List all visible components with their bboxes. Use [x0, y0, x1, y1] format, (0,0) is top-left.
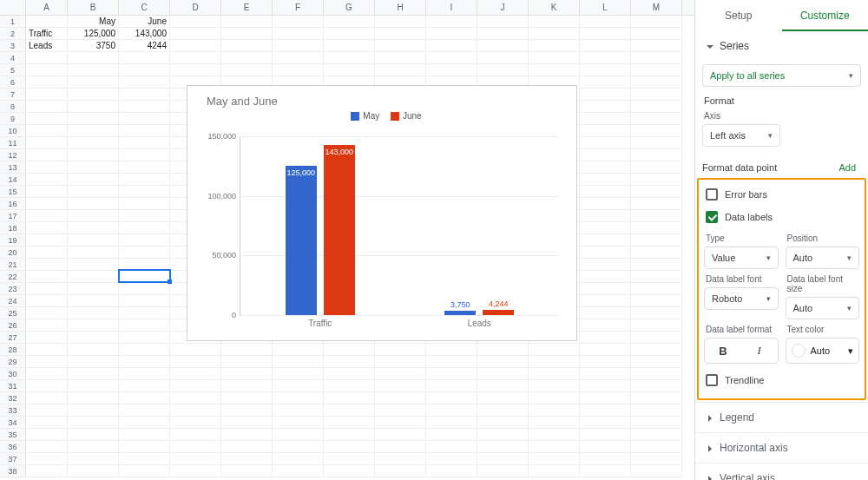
cell[interactable]: [119, 186, 170, 198]
col-header-C[interactable]: C: [119, 0, 170, 15]
cell[interactable]: [273, 392, 324, 404]
cell[interactable]: [631, 465, 682, 477]
cell[interactable]: [119, 161, 170, 174]
cell[interactable]: [273, 404, 324, 417]
cell[interactable]: [580, 283, 631, 295]
cell[interactable]: [580, 247, 631, 259]
cell[interactable]: [426, 417, 477, 429]
cell[interactable]: [170, 356, 221, 368]
cell[interactable]: [119, 198, 170, 210]
cell[interactable]: [580, 404, 631, 417]
cell[interactable]: [529, 356, 580, 368]
cell[interactable]: 3750: [68, 40, 119, 52]
cell[interactable]: [580, 198, 631, 210]
cell[interactable]: [68, 222, 119, 234]
row-header[interactable]: 17: [0, 210, 26, 222]
cell[interactable]: [375, 28, 426, 40]
cell[interactable]: [631, 344, 682, 356]
cell[interactable]: [68, 429, 119, 441]
cell[interactable]: [529, 368, 580, 380]
cell[interactable]: [477, 453, 529, 465]
cell[interactable]: [221, 368, 273, 380]
cell[interactable]: [119, 319, 170, 332]
cell[interactable]: [324, 380, 375, 392]
cell[interactable]: [631, 198, 682, 210]
cell[interactable]: [631, 283, 682, 295]
cell[interactable]: [375, 417, 426, 429]
cell[interactable]: [119, 125, 170, 137]
cell[interactable]: [631, 16, 682, 28]
cell[interactable]: [273, 356, 324, 368]
cell[interactable]: [580, 271, 631, 283]
cell[interactable]: [273, 52, 324, 64]
cell[interactable]: [68, 210, 119, 222]
cell[interactable]: [529, 64, 580, 76]
cell[interactable]: [68, 76, 119, 89]
cell[interactable]: [631, 28, 682, 40]
cell[interactable]: [26, 149, 68, 161]
cell[interactable]: [119, 222, 170, 234]
cell[interactable]: [529, 40, 580, 52]
cell[interactable]: [273, 417, 324, 429]
cell[interactable]: [170, 28, 221, 40]
cell[interactable]: [631, 404, 682, 417]
cell[interactable]: [426, 429, 477, 441]
cell[interactable]: [221, 64, 273, 76]
cell[interactable]: [119, 259, 170, 271]
cell[interactable]: [529, 28, 580, 40]
cell[interactable]: 4244: [119, 40, 170, 52]
cell[interactable]: [580, 234, 631, 247]
cell[interactable]: [273, 465, 324, 477]
cell[interactable]: [119, 76, 170, 89]
cell[interactable]: [26, 307, 68, 319]
cell[interactable]: [631, 210, 682, 222]
cell[interactable]: [119, 247, 170, 259]
cell[interactable]: [580, 222, 631, 234]
cell[interactable]: [375, 16, 426, 28]
cell[interactable]: [477, 344, 529, 356]
row-header[interactable]: 2: [0, 28, 26, 40]
cell[interactable]: [68, 392, 119, 404]
cell[interactable]: [580, 76, 631, 89]
data-label-position-dropdown[interactable]: Auto▾: [786, 247, 860, 269]
cell[interactable]: [580, 417, 631, 429]
cell[interactable]: [580, 307, 631, 319]
cell[interactable]: [477, 16, 529, 28]
cell[interactable]: [324, 441, 375, 453]
cell[interactable]: [221, 453, 273, 465]
cell[interactable]: [426, 344, 477, 356]
cell[interactable]: [119, 429, 170, 441]
section-vertical-axis[interactable]: Vertical axis: [702, 464, 861, 480]
cell[interactable]: [273, 344, 324, 356]
row-header[interactable]: 14: [0, 174, 26, 186]
cell[interactable]: [170, 344, 221, 356]
row-header[interactable]: 24: [0, 295, 26, 307]
cell[interactable]: [375, 356, 426, 368]
cell[interactable]: [631, 259, 682, 271]
cell[interactable]: [119, 380, 170, 392]
cell[interactable]: [119, 52, 170, 64]
cell[interactable]: [375, 368, 426, 380]
cell[interactable]: [580, 380, 631, 392]
cell[interactable]: [375, 404, 426, 417]
cell[interactable]: [68, 101, 119, 113]
cell[interactable]: [580, 259, 631, 271]
cell[interactable]: [68, 198, 119, 210]
cell[interactable]: [580, 295, 631, 307]
cell[interactable]: [119, 149, 170, 161]
data-label-type-dropdown[interactable]: Value▾: [704, 247, 779, 269]
cell[interactable]: [68, 64, 119, 76]
cell[interactable]: [170, 465, 221, 477]
cell[interactable]: [631, 125, 682, 137]
cell[interactable]: [26, 392, 68, 404]
cell[interactable]: [68, 247, 119, 259]
cell[interactable]: [580, 429, 631, 441]
cell[interactable]: [273, 28, 324, 40]
cell[interactable]: [26, 16, 68, 28]
cell[interactable]: [426, 392, 477, 404]
cell[interactable]: [580, 210, 631, 222]
cell[interactable]: [273, 40, 324, 52]
cell[interactable]: [580, 40, 631, 52]
row-header[interactable]: 5: [0, 64, 26, 76]
cell[interactable]: [631, 307, 682, 319]
